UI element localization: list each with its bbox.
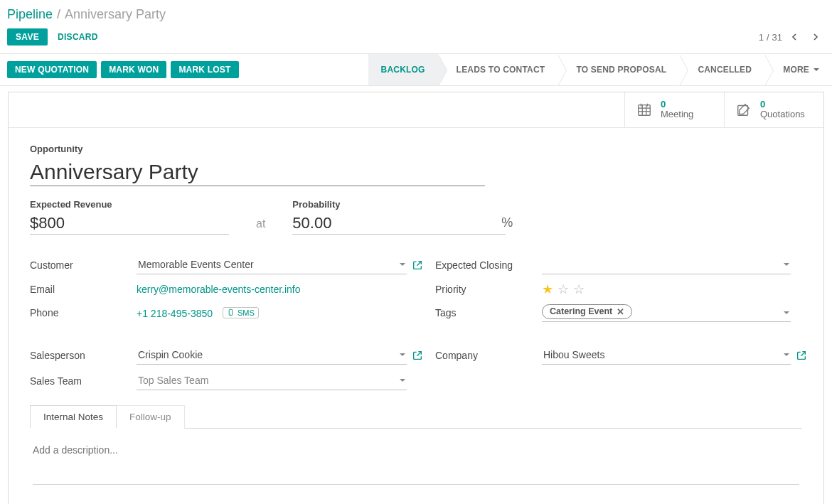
caret-down-icon — [814, 68, 819, 71]
discard-button[interactable]: DISCARD — [58, 28, 98, 45]
probability-input[interactable] — [292, 213, 506, 235]
external-link-icon — [412, 259, 423, 271]
breadcrumb: Pipeline / Anniversary Party — [0, 0, 832, 25]
sales-team-label: Sales Team — [30, 375, 137, 387]
sms-label: SMS — [238, 309, 255, 317]
breadcrumb-root-link[interactable]: Pipeline — [7, 7, 53, 22]
action-buttons: NEW QUOTATION MARK WON MARK LOST — [0, 54, 368, 85]
opportunity-label: Opportunity — [30, 144, 802, 154]
pager-position: 1 — [759, 32, 764, 43]
stage-label: TO SEND PROPOSAL — [576, 65, 666, 75]
expected-closing-input[interactable] — [542, 256, 791, 274]
revenue-probability-row: Expected Revenue at Probability % — [30, 199, 802, 235]
stat-quotations-button[interactable]: 0 Quotations — [724, 92, 823, 127]
stat-meeting-label: Meeting — [661, 109, 693, 119]
stage-label: BACKLOG — [381, 65, 425, 75]
stat-meeting-button[interactable]: 0 Meeting — [624, 92, 724, 127]
priority-star-1[interactable]: ★ — [542, 282, 553, 297]
svg-rect-0 — [639, 105, 651, 116]
customer-input[interactable] — [137, 256, 407, 274]
tag-chip-label: Catering Event — [550, 306, 612, 316]
mobile-icon — [227, 309, 235, 316]
stage-more-button[interactable]: MORE — [764, 54, 832, 85]
stage-bar: BACKLOG LEADS TO CONTACT TO SEND PROPOSA… — [368, 54, 832, 85]
chevron-right-icon — [810, 31, 821, 43]
chevron-left-icon — [789, 31, 800, 43]
external-link-icon — [796, 350, 807, 361]
expected-revenue-field: Expected Revenue — [30, 199, 229, 235]
priority-star-2[interactable]: ☆ — [558, 282, 569, 297]
stat-text: 0 Meeting — [661, 100, 693, 120]
probability-label: Probability — [292, 199, 513, 210]
customer-label: Customer — [30, 259, 137, 271]
stage-more-label: MORE — [783, 65, 809, 75]
stage-cancelled[interactable]: CANCELLED — [679, 54, 764, 85]
form-sheet: 0 Meeting 0 Quotations Opportunity — [8, 92, 824, 504]
email-label: Email — [30, 284, 137, 295]
stage-label: LEADS TO CONTACT — [457, 65, 545, 75]
external-link-icon — [412, 350, 423, 361]
sheet-wrap: 0 Meeting 0 Quotations Opportunity — [0, 86, 832, 504]
salesperson-open-link[interactable] — [407, 350, 428, 361]
company-input-text[interactable] — [542, 348, 791, 361]
breadcrumb-current: Anniversary Party — [65, 7, 166, 22]
pager-prev-button[interactable] — [785, 28, 804, 46]
new-quotation-button[interactable]: NEW QUOTATION — [7, 61, 97, 78]
expected-revenue-label: Expected Revenue — [30, 199, 229, 210]
salesperson-input[interactable] — [137, 346, 407, 365]
tag-chip: Catering Event ✕ — [542, 304, 632, 319]
mark-lost-button[interactable]: MARK LOST — [171, 61, 238, 78]
pencil-square-icon — [736, 102, 752, 117]
caret-down-icon — [400, 263, 405, 266]
field-grid: Customer Expected Closing Email kerry@me… — [30, 256, 802, 390]
sms-button[interactable]: SMS — [223, 307, 259, 318]
stage-to-send-proposal[interactable]: TO SEND PROPOSAL — [558, 54, 679, 85]
at-text: at — [250, 218, 271, 235]
expected-revenue-input[interactable] — [30, 213, 229, 235]
priority-star-3[interactable]: ☆ — [573, 282, 585, 297]
phone-label: Phone — [30, 307, 137, 318]
caret-down-icon — [400, 353, 405, 356]
tag-remove-button[interactable]: ✕ — [617, 306, 624, 317]
description-input[interactable] — [33, 440, 799, 485]
expected-closing-label: Expected Closing — [435, 259, 542, 271]
priority-stars: ★ ☆ ☆ — [542, 282, 791, 297]
control-left: SAVE DISCARD — [7, 28, 98, 45]
opportunity-name-input[interactable] — [30, 157, 485, 186]
save-button[interactable]: SAVE — [7, 28, 48, 45]
stage-backlog[interactable]: BACKLOG — [368, 54, 438, 85]
sales-team-input-text[interactable] — [137, 374, 407, 387]
customer-open-link[interactable] — [407, 259, 428, 271]
pager-next-button[interactable] — [806, 28, 825, 46]
tab-panel-internal-notes — [30, 428, 802, 496]
mark-won-button[interactable]: MARK WON — [101, 61, 166, 78]
stat-quotations-count: 0 — [760, 100, 805, 109]
caret-down-icon — [400, 379, 405, 382]
stage-label: CANCELLED — [698, 65, 752, 75]
caret-down-icon — [784, 263, 789, 266]
salesperson-input-text[interactable] — [137, 348, 407, 361]
stat-quotations-label: Quotations — [760, 109, 805, 119]
tags-label: Tags — [435, 307, 542, 318]
stage-leads-to-contact[interactable]: LEADS TO CONTACT — [438, 54, 558, 85]
sales-team-input[interactable] — [137, 372, 407, 390]
company-open-link[interactable] — [791, 350, 812, 361]
tab-follow-up[interactable]: Follow-up — [117, 405, 185, 429]
percent-sign: % — [501, 215, 513, 230]
probability-field: Probability % — [292, 199, 513, 235]
tab-internal-notes[interactable]: Internal Notes — [30, 405, 117, 429]
form-body: Opportunity Expected Revenue at Probabil… — [9, 128, 823, 504]
tabs: Internal Notes Follow-up — [30, 404, 802, 428]
pager: 1 / 31 — [759, 28, 825, 46]
customer-input-text[interactable] — [137, 258, 407, 271]
control-bar: SAVE DISCARD 1 / 31 — [0, 25, 832, 54]
tabs-wrap: Internal Notes Follow-up — [30, 404, 802, 504]
pager-sep: / — [767, 32, 769, 43]
caret-down-icon — [784, 311, 789, 314]
company-input[interactable] — [542, 346, 791, 365]
phone-link[interactable]: +1 218-495-3850 — [137, 307, 213, 318]
company-label: Company — [435, 350, 542, 361]
email-link[interactable]: kerry@memorable-events-center.info — [137, 284, 301, 295]
tags-input[interactable]: Catering Event ✕ — [542, 304, 791, 322]
expected-closing-input-text[interactable] — [542, 258, 791, 271]
